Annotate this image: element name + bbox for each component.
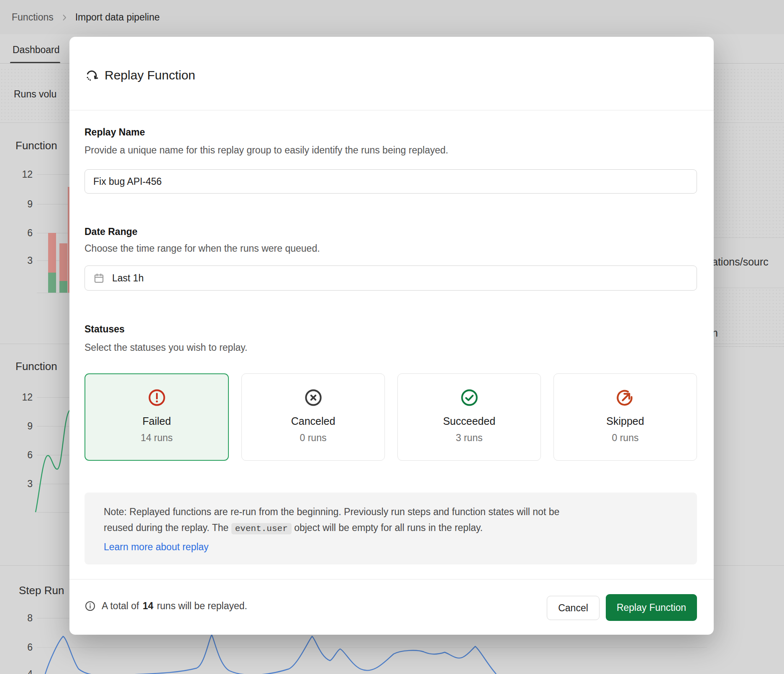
bar-succeeded-segment [48,273,56,293]
chevron-right-icon [60,13,69,22]
info-icon [85,600,96,612]
divider [711,346,784,347]
bar-succeeded-segment [59,281,67,293]
status-card-count: 14 runs [141,432,173,444]
footer-summary: A total of 14 runs will be replayed. [85,600,247,612]
breadcrumb: Functions Import data pipeline [12,12,160,23]
calendar-icon [93,273,105,284]
chart3-title: Step Run [19,584,64,597]
chart2-title: Function [15,360,57,373]
status-card-label: Canceled [291,415,336,427]
divider [711,237,784,238]
status-card-count: 0 runs [300,432,327,444]
date-range-select[interactable]: Last 1h [85,266,697,291]
status-card-failed[interactable]: Failed 14 runs [85,373,229,461]
bar-failed-segment [59,243,67,281]
replay-function-button[interactable]: Replay Function [606,594,697,621]
chart1-tick-12: 12 [12,169,33,180]
cancel-button[interactable]: Cancel [547,596,600,620]
replay-note: Note: Replayed functions are re-run from… [85,493,697,564]
replay-function-modal: Replay Function Replay Name Provide a un… [69,37,714,635]
divider [69,110,714,110]
x-circle-icon [304,388,323,407]
chart1-tick-9: 9 [12,199,33,210]
check-circle-icon [460,388,479,407]
skip-arrow-icon [616,388,635,407]
breadcrumb-current: Import data pipeline [75,12,160,23]
chart1-tick-3: 3 [12,255,33,266]
tab-dashboard[interactable]: Dashboard [13,44,60,56]
status-card-label: Skipped [606,415,644,427]
status-cards: Failed 14 runs Canceled 0 runs Succeeded… [85,373,697,461]
bar-failed-segment [48,233,56,273]
summary-text: A total of 14 runs will be replayed. [102,600,247,612]
dotted-band [711,125,784,237]
summary-count: 14 [143,600,154,611]
replay-name-label: Replay Name [85,127,145,138]
modal-title: Replay Function [105,68,195,82]
divider [711,288,784,288]
divider [69,579,714,580]
replay-name-input[interactable] [85,169,697,194]
alert-circle-icon [147,388,167,407]
dotted-band [711,288,784,347]
status-card-count: 0 runs [612,432,639,444]
statuses-description: Select the statuses you wish to replay. [85,342,248,353]
statuses-label: Statuses [85,324,125,335]
status-card-count: 3 runs [456,432,483,444]
code-chip: event.user [231,523,292,534]
learn-more-link[interactable]: Learn more about replay [104,539,209,555]
breadcrumb-functions[interactable]: Functions [12,12,54,23]
date-range-label: Date Range [85,226,138,237]
runs-volume-title: Runs volu [14,89,56,100]
note-text: object will be empty for all runs in the… [292,522,483,533]
date-range-value: Last 1h [112,273,143,284]
status-card-succeeded[interactable]: Succeeded 3 runs [397,373,541,461]
replay-name-description: Provide a unique name for this replay gr… [85,145,448,156]
status-card-canceled[interactable]: Canceled 0 runs [241,373,385,461]
status-card-label: Succeeded [443,415,495,427]
replay-icon [85,68,99,82]
chart1-title: Function [15,139,57,152]
modal-header: Replay Function [85,68,195,82]
chart1-tick-6: 6 [12,227,33,239]
status-card-label: Failed [142,415,171,427]
status-card-skipped[interactable]: Skipped 0 runs [553,373,697,461]
date-range-description: Choose the time range for when the runs … [85,243,320,254]
right-list-item: ations/sourc [712,256,769,268]
